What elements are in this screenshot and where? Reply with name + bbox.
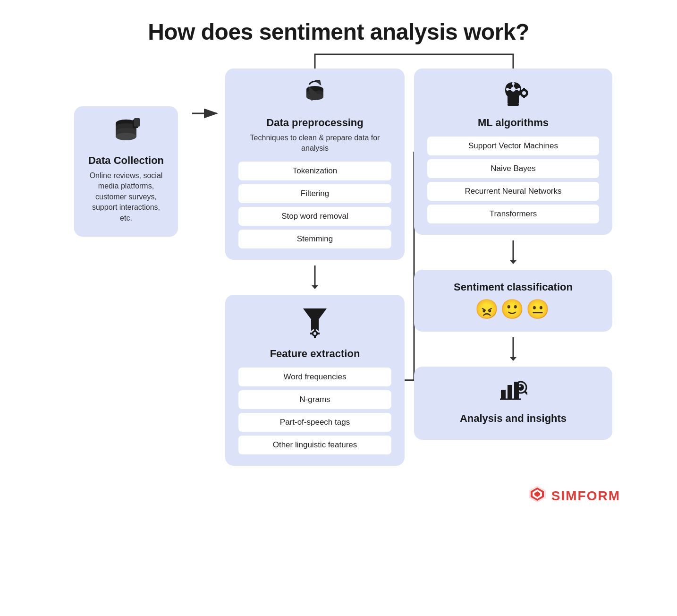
svg-marker-22 (312, 285, 318, 289)
ml-algorithms-title: ML algorithms (427, 117, 599, 129)
analysis-insights-card: Analysis and insights (414, 367, 612, 440)
middle-column: Data preprocessing Techniques to clean &… (225, 68, 405, 466)
data-collection-column: Data Collection Online reviews, social m… (65, 106, 187, 237)
preprocessing-item-1: Filtering (238, 184, 391, 203)
feature-items: Word frequencies N-grams Part-of-speech … (238, 368, 391, 454)
feature-extraction-icon (238, 306, 391, 343)
ml-item-0: Support Vector Machines (427, 137, 599, 155)
data-preprocessing-subtitle: Techniques to clean & prepare data for a… (238, 133, 391, 154)
svg-marker-46 (510, 357, 516, 361)
preprocessing-icon (238, 80, 391, 112)
svg-marker-44 (510, 260, 516, 264)
svg-point-9 (116, 133, 136, 140)
feature-item-2: Part-of-speech tags (238, 413, 391, 432)
ml-icon (427, 80, 599, 112)
diagram: Data Collection Online reviews, social m… (28, 68, 649, 466)
svg-rect-42 (526, 92, 528, 94)
arrow-dc-to-dp (192, 106, 220, 120)
preprocessing-item-2: Stop word removal (238, 207, 391, 226)
svg-point-24 (313, 332, 316, 335)
svg-rect-47 (501, 390, 506, 399)
svg-rect-26 (314, 336, 316, 338)
sentiment-emojis: 😠🙂😐 (427, 298, 599, 320)
ml-item-2: Recurrent Neural Networks (427, 182, 599, 201)
svg-line-54 (525, 392, 527, 395)
logo: SIMFORM (528, 485, 620, 508)
ml-algorithms-card: ML algorithms Support Vector Machines Na… (414, 68, 612, 235)
ml-items: Support Vector Machines Naive Bayes Recu… (427, 137, 599, 223)
preprocessing-items: Tokenization Filtering Stop word removal… (238, 162, 391, 248)
arrow-dp-to-fe (308, 265, 322, 289)
ml-item-3: Transformers (427, 205, 599, 223)
svg-point-18 (306, 94, 323, 100)
feature-extraction-card: Feature extraction Word frequencies N-gr… (225, 295, 405, 466)
page-title: How does sentiment analysis work? (148, 19, 529, 45)
right-column: ML algorithms Support Vector Machines Na… (414, 68, 612, 440)
feature-extraction-title: Feature extraction (238, 348, 391, 360)
svg-point-52 (517, 384, 524, 391)
logo-icon (528, 485, 547, 508)
svg-rect-27 (310, 333, 313, 334)
database-icon (87, 118, 165, 150)
svg-rect-40 (523, 96, 525, 98)
svg-rect-28 (317, 333, 320, 334)
arrow-ml-to-sc (506, 240, 520, 264)
logo-text: SIMFORM (551, 488, 620, 504)
feature-item-0: Word frequencies (238, 368, 391, 386)
svg-point-35 (517, 88, 520, 91)
ml-item-1: Naive Bayes (427, 159, 599, 178)
data-collection-title: Data Collection (87, 154, 165, 167)
svg-rect-25 (314, 329, 316, 331)
data-collection-description: Online reviews, social media platforms, … (87, 171, 165, 223)
insights-icon (427, 378, 599, 408)
svg-point-30 (511, 87, 516, 92)
arrow-sc-to-ai (506, 337, 520, 361)
data-collection-card: Data Collection Online reviews, social m… (74, 106, 178, 237)
analysis-insights-title: Analysis and insights (427, 412, 599, 425)
svg-rect-11 (134, 118, 140, 127)
svg-point-53 (519, 385, 521, 387)
sentiment-classification-card: Sentiment classification 😠🙂😐 (414, 270, 612, 332)
preprocessing-item-0: Tokenization (238, 162, 391, 180)
svg-point-34 (506, 88, 509, 91)
svg-rect-29 (508, 103, 519, 106)
svg-rect-48 (508, 385, 512, 399)
data-preprocessing-card: Data preprocessing Techniques to clean &… (225, 68, 405, 260)
svg-point-38 (522, 91, 526, 95)
svg-rect-41 (519, 92, 521, 94)
svg-point-36 (512, 82, 515, 85)
feature-item-3: Other linguistic features (238, 436, 391, 454)
preprocessing-item-3: Stemming (238, 230, 391, 248)
sentiment-classification-title: Sentiment classification (427, 281, 599, 293)
feature-item-1: N-grams (238, 390, 391, 409)
svg-rect-39 (523, 88, 525, 90)
data-preprocessing-title: Data preprocessing (238, 117, 391, 129)
